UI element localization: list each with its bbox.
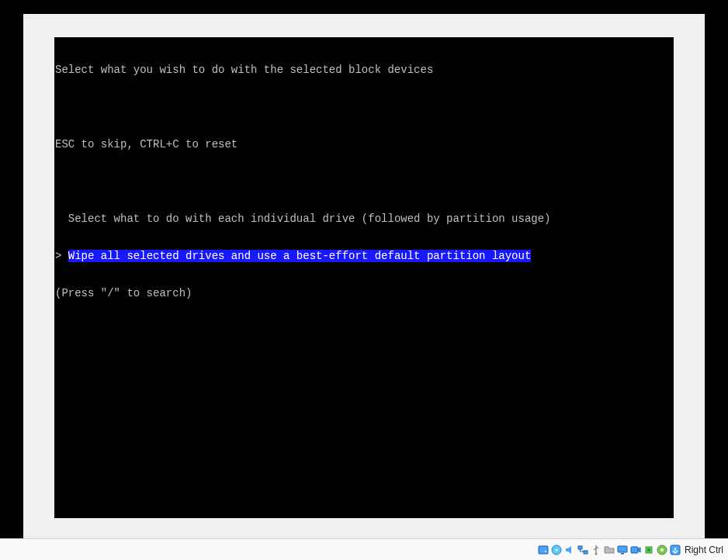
menu-item-individual-drive[interactable]: Select what to do with each individual d… [68,213,551,225]
hint-line: ESC to skip, CTRL+C to reset [55,138,674,150]
svg-rect-11 [647,548,650,551]
recording-icon[interactable] [629,544,642,556]
host-key-label: Right Ctrl [685,544,723,555]
display-icon[interactable] [616,544,629,556]
network-icon[interactable] [577,544,589,556]
vm-guest-window: Select what you wish to do with the sele… [23,14,705,538]
terminal-screen[interactable]: Select what you wish to do with the sele… [54,37,674,518]
mouse-integration-icon[interactable] [656,544,668,556]
vm-statusbar: Right Ctrl [0,538,728,560]
keyboard-capture-icon[interactable] [669,544,681,556]
audio-icon[interactable] [563,544,576,556]
cursor-marker: > [55,250,61,262]
shared-folder-icon[interactable] [603,544,615,556]
svg-rect-7 [618,546,627,552]
blank-line [55,175,674,188]
menu-item-wipe-default[interactable]: Wipe all selected drives and use a best-… [68,250,532,262]
svg-point-13 [660,548,664,551]
blank-line [55,101,674,113]
menu-line-1[interactable]: > Wipe all selected drives and use a bes… [55,250,674,262]
prompt-title: Select what you wish to do with the sele… [55,64,674,76]
svg-rect-5 [584,551,588,554]
harddisk-icon[interactable] [537,544,549,556]
svg-point-6 [595,552,597,555]
svg-rect-4 [578,546,582,549]
svg-point-3 [555,548,557,551]
svg-rect-0 [539,546,548,554]
cpu-icon[interactable] [643,544,655,556]
menu-line-0[interactable]: Select what to do with each individual d… [55,213,674,225]
usb-icon[interactable] [590,544,602,556]
optical-disc-icon[interactable] [550,544,563,556]
svg-rect-9 [631,547,638,553]
svg-point-1 [545,551,546,552]
svg-rect-8 [621,553,624,555]
search-hint: (Press "/" to search) [55,287,674,299]
